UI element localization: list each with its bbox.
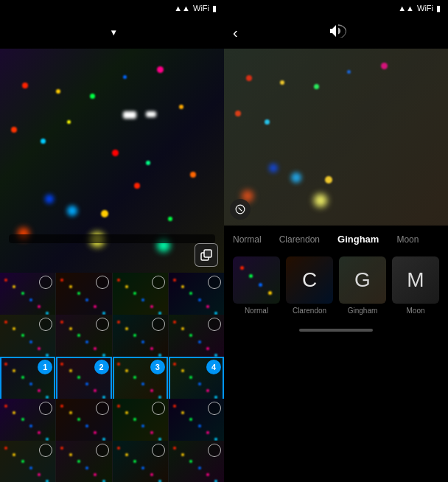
thumb-selection-number: 4 — [206, 360, 221, 374]
thumb-select-circle — [96, 276, 109, 289]
signal-icon: ▲▲ — [174, 4, 190, 13]
thumb-select-circle — [96, 402, 109, 415]
filter-label-moon[interactable]: Moon — [396, 234, 419, 245]
main-preview-area — [0, 49, 224, 273]
back-button[interactable]: ‹ — [233, 24, 238, 41]
filter-thumb-normal[interactable]: Normal — [233, 256, 280, 315]
thumbnail-cell[interactable]: 0:11 — [169, 441, 224, 482]
wifi-icon-r: WiFi — [417, 4, 433, 13]
filter-label-normal[interactable]: Normal — [233, 234, 262, 245]
left-status-bar: ▲▲ WiFi ▮ — [0, 0, 224, 16]
svg-line-3 — [239, 208, 242, 212]
left-panel: ▾ — [0, 16, 224, 482]
filter-label-gingham[interactable]: Gingham — [337, 234, 379, 245]
thumbnail-grid: 0:050:050:130:130:010:010:050:050:0510:0… — [0, 273, 224, 482]
battery-icon-r: ▮ — [436, 4, 441, 13]
sound-button[interactable] — [330, 24, 346, 41]
bottom-bar — [224, 319, 448, 341]
thumb-select-circle — [152, 276, 165, 289]
right-preview-image — [224, 49, 448, 226]
filter-label-bar: NormalClarendonGinghamMoon — [224, 226, 448, 252]
thumb-select-circle — [208, 276, 221, 289]
filter-letter: G — [339, 256, 386, 304]
left-header: ▾ — [0, 16, 224, 49]
thumbnail-cell[interactable]: 0:11 — [113, 441, 168, 482]
album-selector[interactable]: ▾ — [108, 27, 116, 38]
thumb-select-circle — [208, 402, 221, 415]
wifi-icon: WiFi — [193, 4, 209, 13]
filter-thumb-label: Normal — [245, 307, 268, 315]
filter-thumb-label: Gingham — [348, 307, 378, 315]
home-indicator — [299, 329, 373, 332]
thumb-select-circle — [152, 444, 165, 457]
panels-container: ▾ — [0, 16, 448, 482]
filter-thumb-image: M — [392, 256, 439, 304]
right-header: ‹ — [224, 16, 448, 49]
thumb-select-circle — [96, 318, 109, 331]
filter-thumb-image — [233, 256, 280, 304]
share-banner — [9, 234, 215, 243]
signal-icon-r: ▲▲ — [398, 4, 414, 13]
filter-thumb-label: Clarendon — [293, 307, 326, 315]
filter-thumb-label: Moon — [406, 307, 424, 315]
filter-thumbnail-row[interactable]: NormalCClarendonGGinghamMMoon — [224, 252, 448, 319]
thumb-select-circle — [152, 402, 165, 415]
multi-select-button[interactable] — [195, 243, 218, 267]
filter-labels-row: NormalClarendonGinghamMoon — [233, 234, 419, 245]
filter-thumb-image: C — [286, 256, 333, 304]
battery-icon: ▮ — [212, 4, 217, 13]
thumbnail-cell[interactable]: 0:11 — [56, 441, 111, 482]
filter-label-clarendon[interactable]: Clarendon — [279, 234, 320, 245]
filter-thumb-gingham[interactable]: GGingham — [339, 256, 386, 315]
right-status-bar: ▲▲ WiFi ▮ — [224, 0, 448, 16]
right-preview-area — [224, 49, 448, 226]
svg-rect-1 — [204, 250, 211, 257]
thumb-selection-number: 2 — [94, 360, 109, 374]
thumbnail-cell[interactable]: 0:15 — [0, 441, 55, 482]
thumb-select-circle — [208, 318, 221, 331]
left-status-icons: ▲▲ WiFi ▮ — [174, 4, 217, 13]
filter-thumb-image: G — [339, 256, 386, 304]
thumb-select-circle — [96, 444, 109, 457]
filter-letter: C — [286, 256, 333, 304]
mute-badge — [230, 199, 251, 220]
thumb-select-circle — [208, 444, 221, 457]
status-bars: ▲▲ WiFi ▮ ▲▲ WiFi ▮ — [0, 0, 448, 16]
thumb-select-circle — [152, 318, 165, 331]
mute-icon — [235, 204, 245, 214]
chevron-down-icon: ▾ — [111, 27, 116, 38]
right-panel: ‹ — [224, 16, 448, 482]
filter-thumb-clarendon[interactable]: CClarendon — [286, 256, 333, 315]
multi-select-icon — [200, 249, 212, 261]
filter-letter: M — [392, 256, 439, 304]
filter-thumb-moon[interactable]: MMoon — [392, 256, 439, 315]
right-status-icons: ▲▲ WiFi ▮ — [398, 4, 441, 13]
sound-icon — [330, 24, 346, 38]
right-lights-overlay — [224, 49, 448, 226]
thumb-selection-number: 3 — [150, 360, 165, 374]
